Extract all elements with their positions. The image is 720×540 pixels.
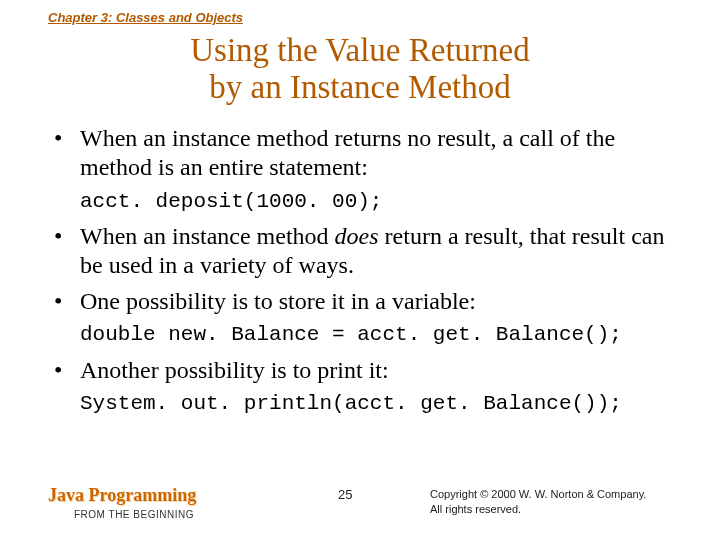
bullet-1: When an instance method returns no resul… <box>48 124 678 183</box>
code-block-2: double new. Balance = acct. get. Balance… <box>80 322 678 348</box>
slide-footer: Java Programming FROM THE BEGINNING 25 C… <box>0 480 720 526</box>
slide-body: When an instance method returns no resul… <box>48 124 678 424</box>
bullet-4: Another possibility is to print it: <box>48 356 678 385</box>
bullet-2-emphasis: does <box>335 223 379 249</box>
bullet-2-part-a: When an instance method <box>80 223 335 249</box>
slide-title: Using the Value Returned by an Instance … <box>0 32 720 106</box>
book-subtitle: FROM THE BEGINNING <box>74 509 194 520</box>
copyright-line-1: Copyright © 2000 W. W. Norton & Company. <box>430 488 646 500</box>
book-title: Java Programming <box>48 485 196 506</box>
title-line-1: Using the Value Returned <box>190 32 529 68</box>
bullet-2: When an instance method does return a re… <box>48 222 678 281</box>
copyright-line-2: All rights reserved. <box>430 503 521 515</box>
chapter-heading: Chapter 3: Classes and Objects <box>48 10 243 25</box>
code-block-3: System. out. println(acct. get. Balance(… <box>80 391 678 417</box>
page-number: 25 <box>338 487 352 502</box>
bullet-3: One possibility is to store it in a vari… <box>48 287 678 316</box>
title-line-2: by an Instance Method <box>209 69 511 105</box>
copyright: Copyright © 2000 W. W. Norton & Company.… <box>430 487 700 516</box>
code-block-1: acct. deposit(1000. 00); <box>80 189 678 215</box>
